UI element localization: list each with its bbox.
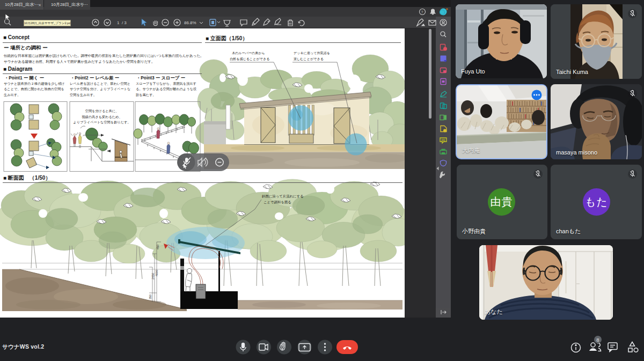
- svg-text:1 / 3: 1 / 3: [117, 20, 127, 25]
- svg-text:4000: 4000: [155, 270, 158, 276]
- svg-text:?: ?: [421, 10, 423, 14]
- svg-text:86.8%: 86.8%: [184, 20, 196, 25]
- svg-text:350: 350: [149, 294, 152, 299]
- svg-text:450: 450: [156, 245, 159, 249]
- svg-text:8: 8: [596, 337, 599, 343]
- svg-text:2450: 2450: [151, 273, 155, 279]
